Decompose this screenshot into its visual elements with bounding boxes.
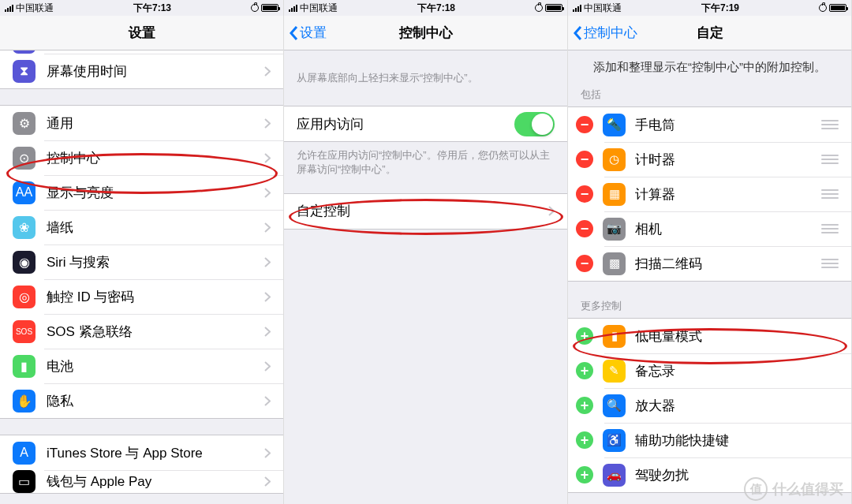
remove-button[interactable]: − (576, 255, 593, 272)
row-label: 备忘录 (635, 362, 839, 380)
row-label: SOS 紧急联络 (47, 323, 258, 341)
low-power-icon: ▮ (603, 325, 626, 348)
drag-handle-icon[interactable] (821, 224, 839, 233)
watermark-text: 什么值得买 (772, 480, 843, 498)
nav-bar: 设置 控制中心 (284, 16, 567, 50)
row-display[interactable]: AA显示与亮度 (0, 175, 283, 210)
control-center-icon: ⊙ (13, 147, 36, 170)
add-button[interactable]: + (576, 397, 593, 414)
add-button[interactable]: + (576, 327, 593, 345)
crow-calculator[interactable]: −▦计算器 (568, 177, 851, 211)
chevron-right-icon (264, 361, 271, 371)
orientation-lock-icon (251, 4, 259, 12)
settings-group: ⚙通用⊙控制中心AA显示与亮度❀墙纸◉Siri 与搜索◎触控 ID 与密码SOS… (0, 105, 283, 419)
row-wallpaper[interactable]: ❀墙纸 (0, 210, 283, 245)
notes-icon: ✎ (603, 360, 626, 383)
settings-group: AiTunes Store 与 App Store▭钱包与 Apple Pay (0, 435, 283, 494)
chevron-right-icon (264, 327, 271, 337)
wallpaper-icon: ❀ (13, 216, 36, 239)
flashlight-icon: 🔦 (603, 114, 626, 136)
in-app-access-toggle[interactable] (514, 112, 555, 136)
dnd-driving-icon: 🚗 (603, 464, 626, 487)
row-wallet[interactable]: ▭钱包与 Apple Pay (0, 470, 283, 493)
crow-accessibility[interactable]: +♿辅助功能快捷键 (568, 423, 851, 457)
clock: 下午7:13 (133, 2, 171, 15)
back-label: 设置 (300, 24, 327, 42)
add-button[interactable]: + (576, 362, 593, 379)
crow-timer[interactable]: −◷计时器 (568, 142, 851, 177)
chevron-right-icon (264, 476, 271, 487)
camera-icon: 📷 (603, 218, 626, 241)
chevron-right-icon (548, 206, 555, 216)
pane-control-center: 中国联通 下午7:18 设置 控制中心 从屏幕底部向上轻扫来显示“控制中心”。 … (284, 0, 568, 504)
row-label: 低电量模式 (635, 327, 839, 345)
qr-icon: ▩ (603, 252, 626, 275)
row-battery[interactable]: ▮电池 (0, 349, 283, 383)
drag-handle-icon[interactable] (821, 259, 839, 268)
back-button[interactable]: 控制中心 (573, 24, 637, 42)
status-bar: 中国联通 下午7:18 (284, 0, 567, 16)
drag-handle-icon[interactable] (821, 189, 839, 199)
chevron-right-icon (264, 257, 271, 267)
row-label: 电池 (47, 357, 258, 375)
crow-notes[interactable]: +✎备忘录 (568, 353, 851, 388)
battery-icon: ▮ (13, 355, 36, 378)
settings-list[interactable]: ☾勿扰模式⧗屏幕使用时间⚙通用⊙控制中心AA显示与亮度❀墙纸◉Siri 与搜索◎… (0, 50, 283, 504)
crow-camera[interactable]: −📷相机 (568, 211, 851, 246)
included-group: −🔦手电筒−◷计时器−▦计算器−📷相机−▩扫描二维码 (568, 106, 851, 282)
more-group: +▮低电量模式+✎备忘录+🔍放大器+♿辅助功能快捷键+🚗驾驶勿扰 (568, 318, 851, 493)
row-label: 相机 (635, 220, 821, 238)
access-footer: 允许在应用内访问“控制中心”。停用后，您仍然可以从主屏幕访问“控制中心”。 (284, 142, 567, 181)
touchid-icon: ◎ (13, 286, 36, 308)
orientation-lock-icon (535, 4, 543, 12)
drag-handle-icon[interactable] (821, 155, 839, 164)
remove-button[interactable]: − (576, 220, 593, 237)
row-itunes[interactable]: AiTunes Store 与 App Store (0, 435, 283, 470)
add-button[interactable]: + (576, 431, 593, 449)
battery-icon (829, 4, 846, 12)
chevron-right-icon (264, 292, 271, 302)
crow-flashlight[interactable]: −🔦手电筒 (568, 107, 851, 142)
row-customize-controls[interactable]: 自定控制 (284, 194, 567, 229)
row-siri[interactable]: ◉Siri 与搜索 (0, 245, 283, 279)
carrier-label: 中国联通 (300, 2, 338, 15)
row-label: 隐私 (47, 392, 258, 410)
chevron-right-icon (264, 188, 271, 198)
row-touchid[interactable]: ◎触控 ID 与密码 (0, 279, 283, 314)
row-label: 触控 ID 与密码 (47, 288, 258, 306)
row-sos[interactable]: SOSSOS 紧急联络 (0, 314, 283, 349)
crow-low-power[interactable]: +▮低电量模式 (568, 319, 851, 353)
row-in-app-access[interactable]: 应用内访问 (284, 106, 567, 141)
swipe-hint: 从屏幕底部向上轻扫来显示“控制中心”。 (284, 50, 567, 90)
row-label: 计时器 (635, 151, 821, 169)
customize-scroll[interactable]: 添加和整理显示在“控制中心”中的附加控制。 包括 −🔦手电筒−◷计时器−▦计算器… (568, 50, 851, 504)
add-button[interactable]: + (576, 466, 593, 483)
magnifier-icon: 🔍 (603, 394, 626, 417)
chevron-right-icon (264, 153, 271, 163)
control-center-scroll[interactable]: 从屏幕底部向上轻扫来显示“控制中心”。 应用内访问 允许在应用内访问“控制中心”… (284, 50, 567, 504)
row-privacy[interactable]: ✋隐私 (0, 383, 283, 418)
chevron-right-icon (264, 222, 271, 233)
watermark-badge: 值 (744, 477, 768, 501)
row-label: 显示与亮度 (47, 184, 258, 202)
access-group: 应用内访问 (284, 106, 567, 142)
status-bar: 中国联通 下午7:19 (568, 0, 851, 16)
battery-icon (261, 4, 278, 12)
signal-icon (5, 5, 13, 12)
row-screen-time[interactable]: ⧗屏幕使用时间 (0, 54, 283, 88)
crow-magnifier[interactable]: +🔍放大器 (568, 388, 851, 423)
description: 添加和整理显示在“控制中心”中的附加控制。 (568, 50, 851, 80)
row-general[interactable]: ⚙通用 (0, 106, 283, 140)
drag-handle-icon[interactable] (821, 120, 839, 129)
row-label: 手电筒 (635, 116, 821, 134)
remove-button[interactable]: − (576, 185, 593, 203)
chevron-right-icon (264, 118, 271, 129)
remove-button[interactable]: − (576, 151, 593, 168)
crow-qr[interactable]: −▩扫描二维码 (568, 246, 851, 281)
signal-icon (289, 5, 297, 12)
back-button[interactable]: 设置 (289, 24, 327, 42)
accessibility-icon: ♿ (603, 429, 626, 452)
carrier-label: 中国联通 (584, 2, 622, 15)
remove-button[interactable]: − (576, 116, 593, 133)
row-control-center[interactable]: ⊙控制中心 (0, 140, 283, 175)
